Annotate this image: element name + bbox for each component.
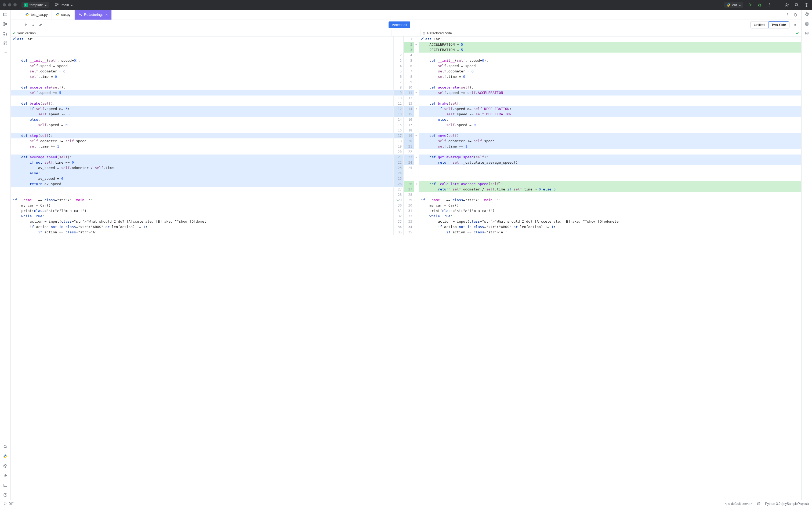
right-code-cell[interactable]: def move(self):	[419, 133, 801, 138]
right-code-cell[interactable]	[419, 79, 801, 85]
project-selector[interactable]: T template ⌄	[21, 2, 49, 8]
right-code-cell[interactable]: self.time += 1	[419, 144, 801, 149]
left-code-cell[interactable]: while True:	[11, 214, 393, 219]
right-code-cell[interactable]: self.speed = speed	[419, 63, 801, 69]
left-code-cell[interactable]	[11, 187, 393, 192]
apply-change-icon[interactable]: «	[414, 106, 419, 112]
prev-change-icon[interactable]	[22, 22, 29, 28]
settings-gear-icon[interactable]	[803, 2, 809, 8]
left-code-cell[interactable]	[11, 128, 393, 133]
ai-assistant-icon[interactable]	[804, 11, 810, 17]
more-tools-icon[interactable]	[2, 50, 8, 56]
more-icon[interactable]	[766, 2, 772, 8]
right-code-cell[interactable]: if self.speed >= self.DECELERATION:	[419, 106, 801, 112]
right-code-cell[interactable]	[419, 96, 801, 101]
apply-change-icon[interactable]: «	[414, 155, 419, 160]
left-code-cell[interactable]: self.speed -= 5	[11, 112, 393, 117]
right-code-cell[interactable]: self.odometer += self.speed	[419, 138, 801, 144]
apply-change-icon[interactable]: «	[414, 133, 419, 138]
tab-refactoring[interactable]: Refactoring: ×	[74, 10, 112, 19]
shield-icon[interactable]	[804, 31, 810, 37]
left-code-cell[interactable]: def step(self):	[11, 133, 393, 138]
accept-all-button[interactable]: Accept all	[389, 21, 410, 28]
left-code-cell[interactable]	[11, 42, 393, 47]
right-code-cell[interactable]	[419, 165, 801, 171]
left-code-cell[interactable]: self.speed = speed	[11, 63, 393, 69]
tab-more-icon[interactable]	[786, 13, 790, 17]
structure-tool-icon[interactable]	[2, 21, 8, 27]
left-code-cell[interactable]: else:	[11, 171, 393, 176]
interpreter-status[interactable]: Python 3.9 (mySampleProject)	[765, 502, 809, 506]
right-code-cell[interactable]: def get_average_speed(self):	[419, 155, 801, 160]
right-code-cell[interactable]: DECELERATION = 5	[419, 47, 801, 53]
terminal-icon[interactable]	[2, 482, 8, 488]
run-icon[interactable]	[747, 2, 753, 8]
packages-icon[interactable]	[2, 463, 8, 469]
right-code-cell[interactable]: def brake(self):	[419, 101, 801, 106]
unified-view-button[interactable]: Unified	[751, 21, 768, 28]
left-code-cell[interactable]: def brake(self):	[11, 101, 393, 106]
search-icon[interactable]	[794, 2, 800, 8]
find-tool-icon[interactable]	[2, 444, 8, 450]
left-code-cell[interactable]: if not self.time == 0:	[11, 160, 393, 165]
notifications-icon[interactable]	[793, 13, 798, 17]
left-code-cell[interactable]: av_speed = self.odometer / self.time	[11, 165, 393, 171]
debug-icon[interactable]	[757, 2, 763, 8]
apply-change-icon[interactable]: «	[414, 42, 419, 47]
diff-settings-icon[interactable]	[792, 22, 798, 28]
left-code-cell[interactable]	[11, 79, 393, 85]
plugins-icon[interactable]	[2, 40, 8, 46]
right-code-cell[interactable]: def accelerate(self):	[419, 85, 801, 90]
right-code-cell[interactable]: if __name__ == class="str">'__main__':	[419, 198, 801, 203]
right-code-cell[interactable]: print(class="str">"I'm a car!")	[419, 208, 801, 214]
left-code-cell[interactable]: if action == class="str">'A':	[11, 230, 393, 235]
right-code-cell[interactable]: self.speed += self.ACCELERATION	[419, 90, 801, 96]
right-code-cell[interactable]: return self.odometer / self.time if self…	[419, 187, 801, 192]
left-code-cell[interactable]: def __init__(self, speed=0):	[11, 58, 393, 63]
project-tool-icon[interactable]	[2, 11, 8, 17]
code-with-me-icon[interactable]	[784, 2, 790, 8]
toolwindow-label[interactable]: Diff	[9, 502, 13, 506]
right-code-cell[interactable]: def __init__(self, speed=0):	[419, 58, 801, 63]
left-code-cell[interactable]: else:	[11, 117, 393, 122]
left-code-cell[interactable]	[11, 53, 393, 58]
right-code-cell[interactable]: def _calculate_average_speed(self):	[419, 181, 801, 187]
left-code-cell[interactable]: self.speed += 5	[11, 90, 393, 96]
left-code-cell[interactable]: if self.speed >= 5:	[11, 106, 393, 112]
problems-icon[interactable]	[2, 492, 8, 498]
right-code-cell[interactable]: class Car:	[419, 37, 801, 42]
left-code-cell[interactable]	[11, 96, 393, 101]
right-code-cell[interactable]: ACCELERATION = 5	[419, 42, 801, 47]
right-code-cell[interactable]: while True:	[419, 214, 801, 219]
left-code-cell[interactable]: if __name__ == class="str">'__main__':	[11, 198, 393, 203]
diff-toolwindow-icon[interactable]	[3, 502, 7, 506]
right-code-cell[interactable]	[419, 149, 801, 155]
right-code-cell[interactable]	[419, 128, 801, 133]
apply-change-icon[interactable]: «	[414, 181, 419, 187]
right-code-cell[interactable]: action = input(class="str">"What should …	[419, 219, 801, 224]
left-code-cell[interactable]: action = input(class="str">"What should …	[11, 219, 393, 224]
right-code-cell[interactable]: self.odometer = 0	[419, 69, 801, 74]
close-dot[interactable]	[3, 3, 6, 6]
right-code-cell[interactable]	[419, 53, 801, 58]
services-icon[interactable]	[2, 473, 8, 478]
left-code-cell[interactable]	[11, 47, 393, 53]
left-code-cell[interactable]: av_speed = 0	[11, 176, 393, 181]
close-icon[interactable]: ×	[106, 13, 108, 17]
reader-mode-icon[interactable]	[757, 502, 761, 506]
right-code-cell[interactable]: if action == class="str">'A':	[419, 230, 801, 235]
max-dot[interactable]	[13, 3, 17, 6]
right-code-cell[interactable]	[419, 171, 801, 176]
left-code-cell[interactable]: self.odometer = 0	[11, 69, 393, 74]
right-code-cell[interactable]: self.speed -= self.DECELERATION	[419, 112, 801, 117]
right-code-cell[interactable]: my_car = Car()	[419, 203, 801, 208]
left-code-cell[interactable]: self.speed = 0	[11, 122, 393, 128]
database-icon[interactable]	[804, 21, 810, 27]
right-code-cell[interactable]: else:	[419, 117, 801, 122]
run-config-selector[interactable]: car ⌄	[724, 2, 743, 8]
right-code-cell[interactable]: self.time = 0	[419, 74, 801, 79]
left-code-cell[interactable]: my_car = Car()	[11, 203, 393, 208]
right-code-cell[interactable]: if action not in class="str">"ABOS" or l…	[419, 224, 801, 230]
left-code-cell[interactable]: self.time += 1	[11, 144, 393, 149]
left-code-cell[interactable]: return av_speed	[11, 181, 393, 187]
